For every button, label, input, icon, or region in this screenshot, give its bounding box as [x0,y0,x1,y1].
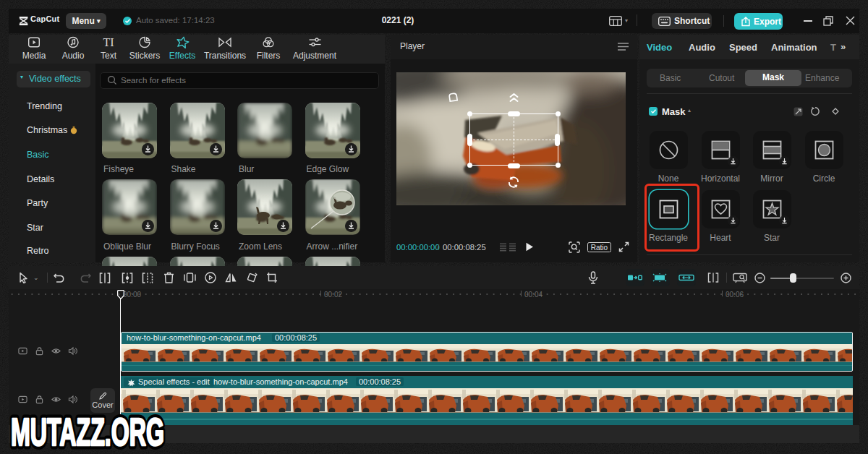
svg-text:MUTAZZ.ORG: MUTAZZ.ORG [11,410,164,453]
svg-text:TI: TI [103,36,114,48]
